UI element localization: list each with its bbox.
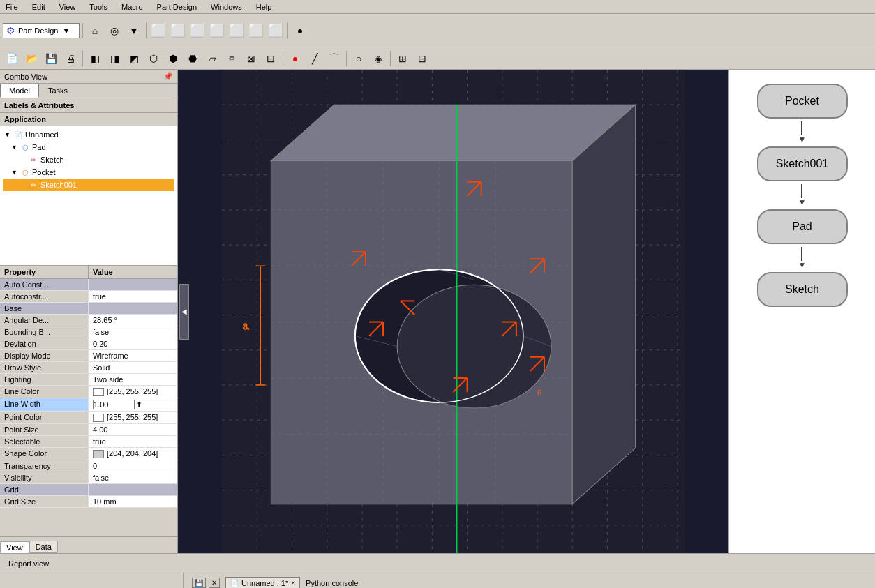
prop-group-grid-label: Grid (0, 484, 89, 495)
tool6[interactable]: ⬣ (184, 50, 202, 68)
prop-linewidth-val[interactable]: ⬆ (89, 398, 177, 411)
menu-file[interactable]: File (3, 3, 21, 11)
expand-pad[interactable]: ▼ (11, 144, 20, 151)
tool10[interactable]: ⊟ (262, 50, 280, 68)
menu-macro[interactable]: Macro (119, 3, 146, 11)
open-btn[interactable]: 📂 (22, 50, 40, 68)
prop-linecolor-val[interactable]: [255, 255, 255] (89, 386, 177, 398)
expand-unnamed[interactable]: ▼ (4, 131, 13, 138)
prop-drawstyle-val[interactable]: Solid (89, 362, 177, 373)
prop-visibility-val[interactable]: false (89, 472, 177, 483)
console-close-icon[interactable]: ✕ (209, 578, 220, 588)
arrow-head-1: ▼ (798, 135, 807, 144)
tool2[interactable]: ◨ (105, 50, 124, 68)
menu-edit[interactable]: Edit (29, 3, 48, 11)
tree-item-pad[interactable]: ▼ ⬡ Pad (3, 141, 174, 153)
tab-tasks[interactable]: Tasks (39, 84, 77, 98)
menu-help[interactable]: Help (253, 3, 275, 11)
prop-gridsize-val[interactable]: 10 mm (89, 496, 177, 507)
view-bottom-btn[interactable]: ⬜ (247, 22, 265, 40)
view-sphere-btn[interactable]: ● (291, 22, 309, 40)
menu-partdesign[interactable]: Part Design (154, 3, 200, 11)
prop-row-linecolor: Line Color [255, 255, 255] (0, 386, 177, 398)
prop-group-autoconst: Auto Const... (0, 279, 177, 291)
prop-bounding-label: Bounding B... (0, 326, 89, 338)
prop-row-drawstyle: Draw Style Solid (0, 362, 177, 374)
diagram-node-sketch[interactable]: Sketch (757, 272, 848, 307)
prop-deviation-val[interactable]: 0.20 (89, 338, 177, 349)
view-front-btn[interactable]: ⬜ (169, 22, 187, 40)
tree-item-pocket[interactable]: ▼ ⬡ Pocket (3, 166, 174, 179)
tool9[interactable]: ⊠ (242, 50, 260, 68)
doc-tab[interactable]: 📄 Unnamed : 1* × (225, 577, 300, 589)
tool3[interactable]: ◩ (125, 50, 143, 68)
arrow-line-2 (801, 184, 802, 198)
prop-selectable-val[interactable]: true (89, 436, 177, 447)
new-btn[interactable]: 📄 (3, 50, 21, 68)
tree-item-unnamed[interactable]: ▼ 📄 Unnamed (3, 128, 174, 141)
measure-btn[interactable]: ◈ (369, 50, 387, 68)
print-btn[interactable]: 🖨 (61, 50, 80, 68)
menu-windows[interactable]: Windows (208, 3, 245, 11)
prop-displaymode-val[interactable]: Wireframe (89, 350, 177, 361)
menu-tools[interactable]: Tools (87, 3, 110, 11)
view-fit-all-btn[interactable]: ◎ (105, 22, 124, 40)
prop-pointcolor-val[interactable]: [255, 255, 255] (89, 412, 177, 423)
nav-arrow-left[interactable]: ◀ (179, 284, 189, 340)
prop-bounding-val[interactable]: false (89, 326, 177, 338)
viewport[interactable]: 3. 6 ◀ (178, 70, 728, 553)
tool8[interactable]: ⧈ (223, 50, 241, 68)
prop-autoconstr-val[interactable]: true (89, 291, 177, 302)
viewport-svg: 3. 6 (178, 70, 728, 553)
linewidth-input[interactable] (93, 400, 135, 409)
diagram-node-sketch001[interactable]: Sketch001 (757, 146, 848, 181)
line-btn[interactable]: ╱ (306, 50, 324, 68)
circle-btn[interactable]: ○ (350, 50, 368, 68)
tool4[interactable]: ⬡ (144, 50, 163, 68)
prop-linewidth-label: Line Width (0, 398, 89, 411)
expand-pocket[interactable]: ▼ (11, 169, 20, 176)
tool7[interactable]: ▱ (203, 50, 221, 68)
doc-close[interactable]: × (291, 579, 295, 587)
tab-view[interactable]: View (0, 541, 29, 553)
menu-view[interactable]: View (57, 3, 79, 11)
constraint-btn[interactable]: ⊞ (394, 50, 412, 68)
tree-item-sketch[interactable]: ▶ ✏ Sketch (3, 153, 174, 166)
view-left-btn[interactable]: ⬜ (227, 22, 246, 40)
svg-point-40 (397, 285, 551, 408)
point-btn[interactable]: ● (286, 50, 304, 68)
workbench-selector[interactable]: ⚙ Part Design ▼ (3, 23, 80, 38)
constraint2-btn[interactable]: ⊟ (413, 50, 431, 68)
view-cube-btn[interactable]: ⬜ (149, 22, 167, 40)
diagram-sketch001-label: Sketch001 (776, 158, 829, 169)
prop-shapecolor-val[interactable]: [204, 204, 204] (89, 448, 177, 460)
prop-angular-val[interactable]: 28.65 ° (89, 315, 177, 326)
save-btn[interactable]: 💾 (42, 50, 60, 68)
prop-group-autoconst-val (89, 279, 177, 290)
prop-row-deviation: Deviation 0.20 (0, 338, 177, 350)
view-home-btn[interactable]: ⌂ (86, 22, 104, 40)
tree-item-sketch001[interactable]: ▶ ✏ Sketch001 (3, 179, 174, 191)
tab-data[interactable]: Data (29, 541, 58, 553)
tree-view[interactable]: ▼ 📄 Unnamed ▼ ⬡ Pad ▶ ✏ Sketch ▼ ⬡ Pocke… (0, 126, 177, 237)
viewport-label-section: 📄 Unnamed : 1* × (225, 577, 300, 589)
tab-model[interactable]: Model (0, 84, 39, 98)
view-back-btn[interactable]: ⬜ (267, 22, 285, 40)
prop-pointsize-val[interactable]: 4.00 (89, 424, 177, 435)
tool1[interactable]: ◧ (86, 50, 104, 68)
view-right-btn[interactable]: ⬜ (208, 22, 226, 40)
console-save-icon[interactable]: 💾 (192, 578, 206, 588)
diagram-node-pocket[interactable]: Pocket (757, 84, 848, 119)
diagram-node-pad[interactable]: Pad (757, 209, 848, 244)
combo-view-pin[interactable]: 📌 (163, 72, 173, 81)
tool5[interactable]: ⬢ (164, 50, 182, 68)
main-layout: Combo View 📌 Model Tasks Labels & Attrib… (0, 70, 875, 553)
arc-btn[interactable]: ⌒ (325, 50, 343, 68)
label-pocket: Pocket (32, 168, 56, 176)
view-top-btn[interactable]: ⬜ (188, 22, 207, 40)
sep6 (346, 51, 347, 66)
prop-lighting-val[interactable]: Two side (89, 374, 177, 385)
prop-transparency-val[interactable]: 0 (89, 460, 177, 472)
view-dropdown-btn[interactable]: ▼ (125, 22, 143, 40)
python-section: Python console (306, 579, 867, 587)
